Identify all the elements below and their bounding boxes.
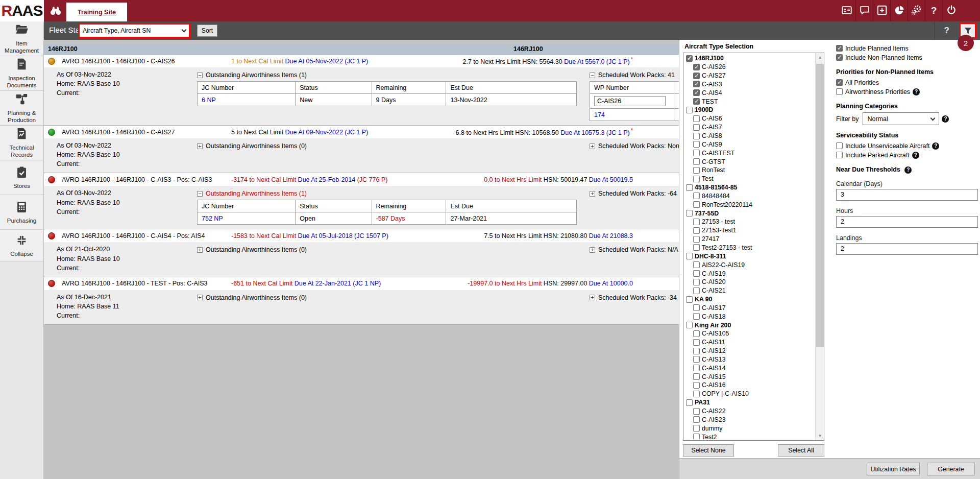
- collapse-section-icon[interactable]: −: [197, 73, 203, 78]
- raas-logo[interactable]: RAAS: [0, 0, 44, 21]
- aircraft-item[interactable]: COPY |-C-AIS10: [684, 390, 814, 398]
- aircraft-checkbox[interactable]: [693, 227, 700, 234]
- jc-number-link[interactable]: 752 NP: [202, 215, 223, 222]
- aircraft-checkbox[interactable]: [693, 89, 700, 96]
- all-priorities-checkbox[interactable]: [836, 79, 843, 86]
- aircraft-checkbox[interactable]: [693, 167, 700, 174]
- cal-jc-ref[interactable]: (JC 1 NP): [353, 280, 381, 287]
- hrs-due-link[interactable]: Due At 21088.3: [589, 232, 633, 240]
- expand-section-icon[interactable]: +: [590, 143, 595, 149]
- aircraft-item[interactable]: Test: [684, 175, 814, 183]
- aircraft-type-group[interactable]: 146RJ100: [684, 54, 814, 63]
- include-planned-checkbox[interactable]: [836, 45, 843, 52]
- planning-category-dropdown[interactable]: Normal: [863, 112, 939, 125]
- calendar-days-input[interactable]: [836, 189, 978, 201]
- scroll-down-arrow-icon[interactable]: ▼: [816, 432, 824, 440]
- sidebar-item-planning-production[interactable]: Planning & Production: [0, 91, 43, 126]
- sidebar-item-technical-records[interactable]: Technical Records: [0, 126, 43, 160]
- scroll-up-arrow-icon[interactable]: ▲: [816, 53, 824, 62]
- help-icon[interactable]: ?: [904, 166, 912, 174]
- aircraft-checkbox[interactable]: [693, 339, 700, 346]
- help-icon[interactable]: ?: [942, 115, 949, 123]
- cal-due-link[interactable]: Due At 05-Nov-2022: [285, 58, 345, 65]
- wp-number-link[interactable]: 174: [594, 111, 605, 118]
- aircraft-type-group[interactable]: 737-55D: [684, 209, 814, 218]
- aircraft-checkbox[interactable]: [693, 133, 700, 139]
- aircraft-item[interactable]: Test2-27153 - test: [684, 244, 814, 252]
- sidebar-item-inspection-documents[interactable]: Inspection Documents: [0, 56, 43, 91]
- scrollbar-thumb[interactable]: [816, 64, 824, 347]
- aircraft-item[interactable]: C-AIS15: [684, 372, 814, 381]
- topbar-button-settings-gears[interactable]: [908, 0, 925, 21]
- include-parked-checkbox[interactable]: [836, 152, 843, 158]
- aircraft-type-checkbox[interactable]: [686, 55, 693, 62]
- sort-button[interactable]: Sort: [197, 25, 217, 37]
- expand-section-icon[interactable]: +: [197, 247, 203, 253]
- select-all-button[interactable]: Select All: [778, 444, 824, 457]
- aircraft-item[interactable]: C-AIS14: [684, 364, 814, 372]
- aircraft-type-group[interactable]: KA 90: [684, 295, 814, 304]
- sort-by-dropdown[interactable]: Aircraft Type, Aircraft SN: [80, 25, 189, 37]
- aircraft-item[interactable]: C-AIS21: [684, 286, 814, 295]
- aircraft-item[interactable]: C-AIS20: [684, 278, 814, 286]
- sidebar-item-item-management[interactable]: Item Management: [0, 21, 43, 56]
- aircraft-checkbox[interactable]: [693, 313, 700, 320]
- aircraft-item[interactable]: C-AIS13: [684, 355, 814, 364]
- aircraft-item[interactable]: C-AIS27: [684, 71, 814, 80]
- topbar-button-id-card[interactable]: [838, 0, 855, 21]
- expand-section-icon[interactable]: +: [197, 143, 203, 149]
- aircraft-item[interactable]: C-AIS26: [684, 63, 814, 71]
- aircraft-checkbox[interactable]: [693, 279, 700, 285]
- aircraft-checkbox[interactable]: [693, 270, 700, 277]
- aircraft-type-group[interactable]: 1900D: [684, 106, 814, 114]
- jc-number-link[interactable]: 6 NP: [202, 97, 216, 104]
- cal-due-link[interactable]: Due At 22-Jan-2021: [295, 280, 353, 287]
- aircraft-checkbox[interactable]: [693, 141, 700, 148]
- aircraft-type-checkbox[interactable]: [686, 322, 693, 328]
- wp-filter-input[interactable]: C-AIS26: [594, 96, 666, 106]
- hours-input[interactable]: [836, 216, 978, 228]
- cal-due-link[interactable]: Due At 05-Jul-2018: [298, 232, 355, 240]
- cal-jc-ref[interactable]: (JC 1 P): [345, 58, 368, 65]
- aircraft-item[interactable]: C-GTST: [684, 157, 814, 166]
- hrs-due-link[interactable]: Due At 10575.3 (JC 1 P): [560, 130, 630, 137]
- expand-section-icon[interactable]: +: [590, 247, 595, 253]
- aircraft-checkbox[interactable]: [693, 193, 700, 199]
- cal-due-link[interactable]: Due At 09-Nov-2022: [285, 129, 345, 136]
- aircraft-item[interactable]: C-AIS16: [684, 381, 814, 390]
- expand-section-icon[interactable]: +: [197, 295, 203, 300]
- aircraft-item[interactable]: C-AIS19: [684, 269, 814, 278]
- aircraft-item[interactable]: AIS22-C-AIS19: [684, 260, 814, 269]
- aircraft-type-group[interactable]: King Air 200: [684, 321, 814, 329]
- topbar-button-comment[interactable]: [855, 0, 873, 21]
- expand-section-icon[interactable]: +: [590, 191, 595, 197]
- hrs-due-link[interactable]: Due At 5567.0 (JC 1 P): [564, 59, 630, 66]
- aircraft-checkbox[interactable]: [693, 382, 700, 389]
- aircraft-type-group[interactable]: 4518-81564-85: [684, 183, 814, 192]
- topbar-button-power[interactable]: [942, 0, 960, 21]
- aircraft-checkbox[interactable]: [693, 81, 700, 87]
- include-unserviceable-checkbox[interactable]: [836, 142, 843, 149]
- aircraft-item[interactable]: dummy: [684, 424, 814, 433]
- aircraft-checkbox[interactable]: [693, 373, 700, 380]
- aircraft-name[interactable]: AVRO 146RJ100 - 146RJ100 - C-AIS4 - Pos:…: [62, 232, 231, 240]
- aircraft-item[interactable]: C-AIS11: [684, 338, 814, 347]
- aircraft-checkbox[interactable]: [693, 158, 700, 165]
- aircraft-item[interactable]: C-AIS7: [684, 123, 814, 132]
- select-none-button[interactable]: Select None: [683, 444, 734, 457]
- aircraft-checkbox[interactable]: [693, 261, 700, 268]
- aircraft-checkbox[interactable]: [693, 124, 700, 131]
- topbar-button-pie-chart[interactable]: [890, 0, 908, 21]
- aircraft-checkbox[interactable]: [693, 244, 700, 251]
- listbox-scrollbar[interactable]: ▲ ▼: [815, 53, 824, 440]
- cal-jc-ref[interactable]: (JC 1507 P): [354, 232, 388, 240]
- hrs-due-link[interactable]: Due At 10000.0: [589, 280, 633, 287]
- aircraft-item[interactable]: 27153-Test1: [684, 226, 814, 235]
- tab-training-site[interactable]: Training Site: [66, 3, 127, 21]
- airworthiness-priorities-checkbox[interactable]: [836, 88, 843, 95]
- aircraft-checkbox[interactable]: [693, 115, 700, 122]
- aircraft-checkbox[interactable]: [693, 73, 700, 79]
- aircraft-item[interactable]: C-AIS23: [684, 415, 814, 424]
- aircraft-type-checkbox[interactable]: [686, 184, 693, 191]
- aircraft-item[interactable]: C-AIS6: [684, 114, 814, 123]
